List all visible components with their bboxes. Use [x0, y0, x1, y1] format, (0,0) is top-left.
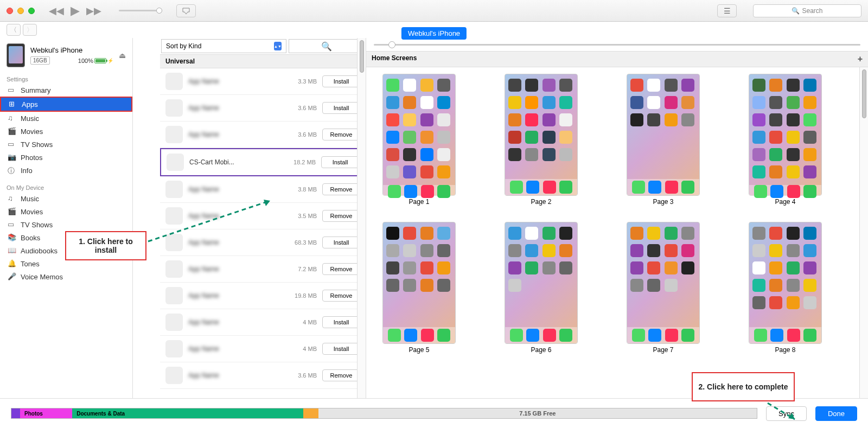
- search-placeholder: Search: [802, 7, 822, 15]
- messages-app-icon: [437, 185, 450, 198]
- sidebar-item-device-music[interactable]: ♫Music: [0, 192, 132, 205]
- music-app-icon: [787, 329, 800, 342]
- sidebar-item-device-voice-memos[interactable]: 🎤Voice Memos: [0, 270, 132, 283]
- app-row[interactable]: App Name 7.2 MB Remove: [160, 256, 366, 283]
- zoom-window-icon[interactable]: [28, 8, 35, 14]
- home-screen-page[interactable]: Page 2: [505, 74, 578, 206]
- app-row[interactable]: App Name 3.6 MB Remove: [160, 122, 366, 148]
- app-row[interactable]: App Name 3.8 MB Remove: [160, 176, 366, 203]
- app-tile-icon: [787, 96, 800, 109]
- sidebar-item-device-movies[interactable]: 🎬Movies: [0, 205, 132, 218]
- remove-button[interactable]: Remove: [322, 183, 360, 195]
- safari-app-icon: [526, 329, 539, 342]
- app-tile-icon: [386, 131, 399, 144]
- app-row[interactable]: App Name 3.5 MB Remove: [160, 203, 366, 229]
- app-tile-icon: [437, 131, 450, 144]
- add-page-icon[interactable]: +: [858, 54, 863, 64]
- sidebar-item-tvshows[interactable]: ▭ TV Shows: [0, 138, 132, 151]
- app-row[interactable]: App Name 68.3 MB Install: [160, 229, 366, 256]
- home-screen-page[interactable]: Page 3: [627, 74, 700, 206]
- next-track-icon[interactable]: ▶▶: [86, 5, 101, 17]
- app-tile-icon: [769, 131, 782, 144]
- install-button[interactable]: Install: [322, 316, 360, 328]
- home-screen-page[interactable]: Page 7: [627, 222, 700, 354]
- home-screen-page[interactable]: Page 1: [382, 74, 456, 206]
- play-icon[interactable]: ▶: [71, 4, 80, 18]
- tones-icon: 🔔: [8, 259, 16, 268]
- books-icon: 📚: [8, 233, 16, 242]
- remove-button[interactable]: Remove: [322, 290, 360, 302]
- app-tile-icon: [525, 148, 538, 161]
- airplay-icon[interactable]: [176, 4, 196, 17]
- phone-screen: [382, 222, 456, 344]
- sidebar-item-photos[interactable]: 📷 Photos: [0, 151, 132, 164]
- minimize-window-icon[interactable]: [17, 8, 24, 14]
- list-view-icon[interactable]: ☰: [717, 4, 737, 17]
- sidebar-item-summary[interactable]: ▭ Summary: [0, 84, 132, 97]
- sidebar-item-music[interactable]: ♫ Music: [0, 112, 132, 125]
- music-app-icon: [665, 181, 678, 194]
- home-screen-page[interactable]: Page 5: [382, 222, 456, 354]
- home-screen-page[interactable]: Page 4: [749, 74, 822, 206]
- home-screen-page[interactable]: Page 8: [749, 222, 822, 354]
- app-icon: [165, 367, 183, 384]
- eject-icon[interactable]: ⏏: [119, 51, 126, 60]
- sidebar-item-apps[interactable]: ⊞ Apps: [0, 97, 132, 112]
- app-name: App Name: [188, 212, 282, 220]
- prev-track-icon[interactable]: ◀◀: [49, 5, 64, 17]
- music-app-icon: [543, 181, 556, 194]
- screens-scrollbar[interactable]: [859, 67, 868, 398]
- phone-app-icon: [632, 181, 645, 194]
- device-header: Webkul's iPhone 16GB 100% ⚡ ⏏: [0, 38, 132, 73]
- sidebar-item-device-tvshows[interactable]: ▭TV Shows: [0, 218, 132, 231]
- remove-button[interactable]: Remove: [322, 263, 360, 275]
- sidebar-item-label: Info: [21, 167, 33, 175]
- app-tile-icon: [752, 296, 765, 309]
- app-row[interactable]: CS-Cart Mobi... 18.2 MB Install: [160, 148, 366, 176]
- apps-search-input[interactable]: 🔍: [289, 39, 365, 53]
- app-tile-icon: [769, 261, 782, 274]
- page-label: Page 1: [382, 198, 456, 206]
- zoom-slider[interactable]: [366, 38, 868, 51]
- close-window-icon[interactable]: [7, 8, 13, 14]
- done-button[interactable]: Done: [815, 406, 857, 421]
- install-button[interactable]: Install: [322, 343, 360, 355]
- app-name: App Name: [188, 131, 282, 138]
- app-tile-icon: [403, 227, 416, 240]
- remove-button[interactable]: Remove: [322, 369, 360, 381]
- messages-app-icon: [681, 181, 694, 194]
- back-button[interactable]: 〈: [7, 24, 21, 36]
- app-tile-icon: [559, 96, 572, 109]
- install-button[interactable]: Install: [322, 75, 360, 87]
- app-tile-icon: [803, 279, 816, 292]
- remove-button[interactable]: Remove: [322, 210, 360, 222]
- remove-button[interactable]: Remove: [322, 129, 360, 140]
- app-icon: [165, 99, 183, 117]
- app-row[interactable]: App Name 3.6 MB Remove: [160, 362, 366, 389]
- app-row[interactable]: App Name 3.3 MB Install: [160, 68, 366, 95]
- home-screen-page[interactable]: Page 6: [505, 222, 578, 354]
- app-tile-icon: [630, 279, 643, 292]
- app-row[interactable]: App Name 19.8 MB Remove: [160, 283, 366, 309]
- install-button[interactable]: Install: [322, 237, 360, 248]
- sync-button[interactable]: Sync: [766, 406, 807, 421]
- forward-button[interactable]: 〉: [23, 24, 37, 36]
- app-row[interactable]: App Name 4 MB Install: [160, 309, 366, 336]
- dock: [505, 327, 577, 343]
- install-button[interactable]: Install: [322, 102, 360, 114]
- apps-scrollbar[interactable]: [357, 38, 366, 398]
- sidebar-item-info[interactable]: ⓘ Info: [0, 164, 132, 177]
- search-input[interactable]: 🔍 Search: [753, 4, 861, 17]
- sidebar-item-label: Music: [21, 195, 39, 203]
- sidebar-item-movies[interactable]: 🎬 Movies: [0, 125, 132, 138]
- app-tile-icon: [525, 227, 538, 240]
- app-row[interactable]: App Name 3.6 MB Install: [160, 95, 366, 122]
- install-button[interactable]: Install: [321, 156, 359, 168]
- app-tile-icon: [437, 244, 450, 257]
- volume-slider[interactable]: [116, 10, 165, 11]
- app-row[interactable]: App Name 4 MB Install: [160, 336, 366, 362]
- device-thumbnail-icon: [7, 43, 25, 67]
- sort-dropdown[interactable]: Sort by Kind ▲▼: [161, 39, 286, 53]
- movies-icon: 🎬: [8, 207, 16, 216]
- music-app-icon: [421, 185, 434, 198]
